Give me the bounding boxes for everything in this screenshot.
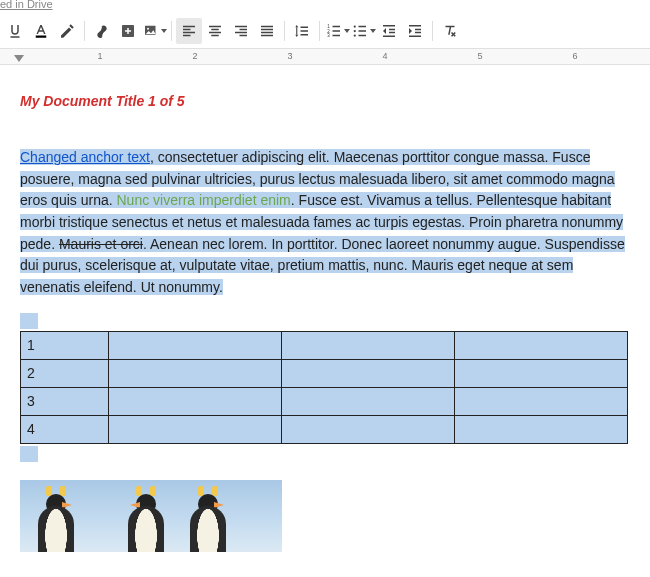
document-table[interactable]: 1 2 3 4 (20, 331, 628, 444)
ruler-tick: 1 (97, 51, 102, 61)
align-right-button[interactable] (228, 18, 254, 44)
svg-rect-0 (36, 36, 47, 38)
table-row[interactable]: 3 (21, 387, 628, 415)
table-cell[interactable] (455, 359, 628, 387)
table-cell[interactable] (455, 331, 628, 359)
align-justify-button[interactable] (254, 18, 280, 44)
bulleted-list-button[interactable] (350, 18, 376, 44)
table-cell[interactable] (455, 387, 628, 415)
penguin-icon (190, 506, 226, 552)
table-cell[interactable]: 4 (21, 415, 109, 443)
ruler-tick: 3 (287, 51, 292, 61)
chevron-down-icon (370, 29, 376, 33)
penguin-icon (38, 506, 74, 552)
penguin-icon (128, 506, 164, 552)
toolbar-separator (319, 21, 320, 41)
table-cell[interactable]: 2 (21, 359, 109, 387)
table-cell[interactable] (109, 331, 282, 359)
numbered-list-button[interactable]: 123 (324, 18, 350, 44)
svg-text:3: 3 (327, 33, 330, 38)
table-row[interactable]: 4 (21, 415, 628, 443)
svg-point-9 (353, 34, 355, 36)
table-cell[interactable] (282, 415, 455, 443)
svg-point-8 (353, 30, 355, 32)
insert-link-button[interactable] (89, 18, 115, 44)
table-cell[interactable] (109, 415, 282, 443)
align-left-button[interactable] (176, 18, 202, 44)
ruler-tick: 6 (572, 51, 577, 61)
table-row[interactable]: 1 (21, 331, 628, 359)
table-cell[interactable]: 3 (21, 387, 109, 415)
green-text-segment[interactable]: Nunc viverra imperdiet enim (117, 192, 291, 208)
toolbar-separator (432, 21, 433, 41)
table-cell[interactable] (455, 415, 628, 443)
table-row[interactable]: 2 (21, 359, 628, 387)
page-title[interactable]: My Document Title 1 of 5 (20, 93, 630, 109)
line-spacing-button[interactable] (289, 18, 315, 44)
toolbar-separator (284, 21, 285, 41)
table-cell[interactable] (109, 387, 282, 415)
underline-button[interactable] (2, 18, 28, 44)
anchor-link[interactable]: Changed anchor text (20, 149, 150, 165)
horizontal-ruler[interactable]: 1 2 3 4 5 6 (0, 49, 650, 65)
ruler-tick: 2 (192, 51, 197, 61)
document-page[interactable]: My Document Title 1 of 5 Changed anchor … (0, 65, 650, 552)
table-cell[interactable]: 1 (21, 331, 109, 359)
chevron-down-icon (344, 29, 350, 33)
saved-status-label: ed in Drive (0, 0, 53, 10)
table-cell[interactable] (282, 331, 455, 359)
toolbar-separator (84, 21, 85, 41)
body-paragraph[interactable]: Changed anchor text, consectetuer adipis… (20, 147, 630, 299)
text-color-button[interactable] (28, 18, 54, 44)
embedded-image[interactable] (20, 480, 282, 552)
selection-indicator (20, 446, 38, 462)
insert-image-button[interactable] (141, 18, 167, 44)
align-center-button[interactable] (202, 18, 228, 44)
svg-point-7 (353, 25, 355, 27)
increase-indent-button[interactable] (402, 18, 428, 44)
decrease-indent-button[interactable] (376, 18, 402, 44)
clear-formatting-button[interactable] (437, 18, 463, 44)
highlight-color-button[interactable] (54, 18, 80, 44)
ruler-tick: 5 (477, 51, 482, 61)
formatting-toolbar: 123 (0, 12, 650, 49)
add-comment-button[interactable] (115, 18, 141, 44)
strikethrough-text[interactable]: Mauris et orci (59, 236, 143, 252)
table-cell[interactable] (109, 359, 282, 387)
svg-point-3 (147, 28, 149, 30)
table-cell[interactable] (282, 387, 455, 415)
toolbar-separator (171, 21, 172, 41)
ruler-tick: 4 (382, 51, 387, 61)
selection-indicator (20, 313, 38, 329)
table-cell[interactable] (282, 359, 455, 387)
chevron-down-icon (161, 29, 167, 33)
